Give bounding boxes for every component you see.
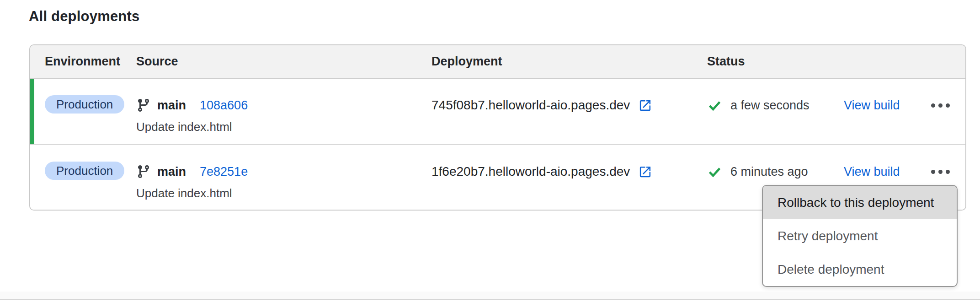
page-bottom-divider xyxy=(0,299,980,300)
environment-cell: Production xyxy=(45,145,136,210)
column-header-deployment: Deployment xyxy=(431,54,707,69)
status-cell: 6 minutes ago xyxy=(707,145,844,182)
deployment-row: Production main 108a606 Update index.htm… xyxy=(30,79,965,144)
view-build-link[interactable]: View build xyxy=(844,98,900,113)
deployment-url: 1f6e20b7.helloworld-aio.pages.dev xyxy=(431,164,630,179)
external-link-icon[interactable] xyxy=(638,165,652,179)
external-link-icon[interactable] xyxy=(638,98,652,113)
deployment-cell: 745f08b7.helloworld-aio.pages.dev xyxy=(431,79,707,115)
menu-item-delete[interactable]: Delete deployment xyxy=(763,253,957,286)
deployment-context-menu: Rollback to this deployment Retry deploy… xyxy=(762,185,958,287)
branch-name: main xyxy=(157,98,186,113)
more-options-button[interactable] xyxy=(930,168,951,176)
environment-badge: Production xyxy=(45,162,124,180)
actions-cell: View build xyxy=(844,79,951,115)
column-header-status: Status xyxy=(707,54,844,69)
more-options-button[interactable] xyxy=(930,102,951,109)
commit-link[interactable]: 108a606 xyxy=(200,98,248,113)
commit-message: Update index.html xyxy=(136,186,431,200)
status-time: 6 minutes ago xyxy=(730,165,808,179)
status-time: a few seconds xyxy=(730,98,810,113)
deployments-page: All deployments Environment Source Deplo… xyxy=(0,0,980,303)
column-header-environment: Environment xyxy=(45,54,136,69)
git-branch-icon xyxy=(136,164,151,179)
column-header-source: Source xyxy=(136,54,431,69)
environment-badge: Production xyxy=(45,95,124,114)
deployment-cell: 1f6e20b7.helloworld-aio.pages.dev xyxy=(431,145,707,182)
menu-item-rollback[interactable]: Rollback to this deployment xyxy=(763,186,957,219)
status-cell: a few seconds xyxy=(707,79,844,115)
source-cell: main 108a606 Update index.html xyxy=(136,79,431,144)
view-build-link[interactable]: View build xyxy=(844,165,900,179)
commit-message: Update index.html xyxy=(136,120,431,134)
git-branch-icon xyxy=(136,98,151,113)
actions-cell: View build xyxy=(844,145,951,182)
source-cell: main 7e8251e Update index.html xyxy=(136,145,431,210)
check-icon xyxy=(707,164,722,179)
commit-link[interactable]: 7e8251e xyxy=(200,165,248,179)
page-bottom-band xyxy=(0,292,980,299)
page-title: All deployments xyxy=(29,8,139,25)
deployment-url: 745f08b7.helloworld-aio.pages.dev xyxy=(431,98,630,113)
check-icon xyxy=(707,98,722,113)
menu-item-retry[interactable]: Retry deployment xyxy=(763,219,957,253)
table-header-row: Environment Source Deployment Status xyxy=(30,45,965,79)
environment-cell: Production xyxy=(45,79,136,144)
branch-name: main xyxy=(157,165,186,179)
